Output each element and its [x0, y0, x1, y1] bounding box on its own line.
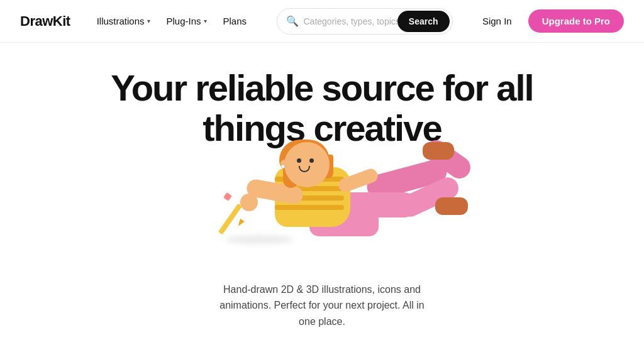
earring [281, 165, 285, 168]
nav-left: DrawKit Illustrations ▾ Plug-Ins ▾ Plans [20, 12, 253, 30]
hero-section: Your reliable source for all things crea… [0, 43, 644, 329]
nav-plugins-label: Plug-Ins [167, 16, 201, 26]
eye-right [309, 158, 314, 163]
character-illustration [177, 142, 467, 274]
search-input[interactable] [304, 16, 397, 26]
hero-subtitle: Hand-drawn 2D & 3D illustrations, icons … [215, 282, 429, 330]
hand [240, 194, 258, 211]
sign-in-button[interactable]: Sign In [476, 12, 518, 30]
nav-illustrations[interactable]: Illustrations ▾ [91, 12, 157, 30]
navbar: DrawKit Illustrations ▾ Plug-Ins ▾ Plans… [0, 0, 644, 43]
chevron-down-icon: ▾ [204, 18, 207, 25]
chevron-down-icon: ▾ [147, 18, 150, 25]
nav-right: Sign In Upgrade to Pro [476, 9, 624, 33]
logo[interactable]: DrawKit [20, 13, 70, 30]
pencil [218, 203, 242, 234]
head [284, 142, 330, 187]
paper-shadow [225, 235, 294, 244]
search-icon: 🔍 [286, 15, 299, 27]
hero-title: Your reliable source for all things crea… [111, 68, 533, 148]
eye-left [297, 158, 301, 163]
shoe-back [423, 142, 454, 160]
nav-plans[interactable]: Plans [217, 12, 253, 30]
hero-illustration [177, 142, 467, 274]
nav-illustrations-label: Illustrations [97, 16, 145, 26]
nav-plugins[interactable]: Plug-Ins ▾ [160, 12, 213, 30]
search-button[interactable]: Search [397, 11, 450, 32]
pencil-tip [236, 218, 244, 227]
search-bar: 🔍 Search [277, 8, 453, 35]
upgrade-button[interactable]: Upgrade to Pro [528, 9, 624, 33]
hero-title-line1: Your reliable source for all [111, 67, 533, 108]
shoe-front [435, 197, 468, 215]
nav-links: Illustrations ▾ Plug-Ins ▾ Plans [91, 12, 253, 30]
shirt-stripe-4 [275, 205, 344, 210]
pencil-eraser [223, 192, 232, 201]
